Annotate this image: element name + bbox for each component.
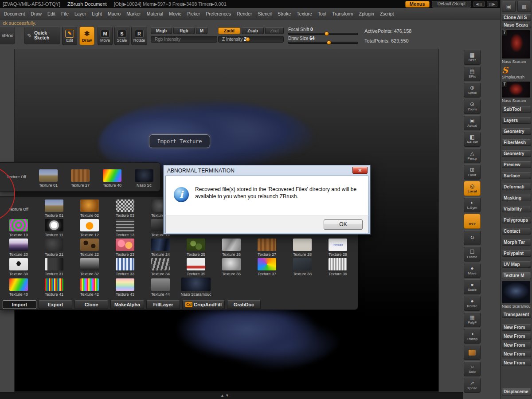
texture-item[interactable]: Texture 12 — [73, 219, 106, 239]
canvas-control-button[interactable]: ⊞ Floor — [464, 164, 481, 180]
dialog-title-bar[interactable]: ABNORMAL TERMINATION ✕ — [165, 165, 368, 176]
canvas-control-button[interactable]: XYZ — [464, 214, 481, 229]
palette-section-button[interactable]: Contact — [502, 228, 531, 235]
canvas-control-button[interactable]: ◎ Local — [464, 181, 481, 196]
canvas-control-button[interactable]: ⊕ Scroll — [464, 82, 481, 98]
canvas-control-button[interactable]: ↗ Xpose — [464, 378, 481, 393]
z-intensity-knob[interactable] — [246, 37, 250, 42]
canvas-control-button[interactable]: ● Rotate — [464, 296, 481, 311]
texture-item[interactable]: Texture 24 — [144, 239, 177, 258]
menu-item[interactable]: Stroke — [274, 8, 293, 19]
palette-section-button[interactable]: FiberMesh — [502, 139, 531, 146]
draw-mode-button[interactable]: ✱ Draw — [79, 27, 94, 45]
texture-item[interactable]: Texture 03 — [108, 200, 142, 219]
canvas-control-button[interactable]: ● Move — [464, 263, 481, 278]
palette-section-button[interactable]: Surface — [502, 172, 531, 179]
palette-section-button[interactable]: Geometry — [502, 150, 531, 157]
texture-item[interactable]: Texture 10 — [2, 219, 35, 239]
texture-item[interactable]: Texture 27 — [250, 239, 284, 258]
quick-sketch-button[interactable]: ✎ Quick Sketch — [24, 27, 60, 44]
texture-item[interactable]: Naso Scaramouc — [179, 278, 213, 298]
focal-shift-track[interactable] — [288, 33, 358, 35]
rotate-mode-button[interactable]: R Rotate — [131, 27, 147, 45]
ok-button[interactable]: OK — [324, 219, 363, 230]
palette-dock-icon[interactable]: ▣ — [502, 1, 516, 12]
m-button[interactable]: M — [196, 27, 207, 34]
texture-action-button[interactable]: Cd CropAndFill — [182, 300, 225, 309]
canvas-control-button[interactable]: ⊙ Zoom — [464, 99, 481, 114]
palette-section-button[interactable]: Masking — [502, 195, 531, 201]
canvas-control-button[interactable] — [464, 345, 481, 360]
menu-item[interactable]: Texture — [294, 8, 315, 19]
focal-shift-slider[interactable]: Focal Shift 0 — [288, 27, 358, 35]
menu-item[interactable]: Marker — [124, 8, 144, 19]
menu-item[interactable]: Macro — [105, 8, 123, 19]
import-texture-button[interactable]: Import Texture — [149, 134, 210, 148]
texture-item[interactable]: Texture 20 — [2, 239, 35, 258]
canvas-control-button[interactable]: ▦ PolyF — [464, 312, 481, 327]
texture-item[interactable]: Texture 02 — [73, 200, 106, 219]
texture-action-button[interactable]: Export — [39, 300, 72, 309]
close-icon[interactable]: ✕ — [352, 167, 368, 174]
draw-size-track[interactable] — [288, 42, 358, 44]
texture-item[interactable]: Texture 27 — [65, 165, 96, 189]
zadd-button[interactable]: Zadd — [218, 27, 240, 34]
palette-section-button[interactable]: Deformati — [502, 184, 531, 190]
canvas-control-button[interactable]: ↻ — [464, 230, 481, 245]
menu-item[interactable]: Preferences — [203, 8, 234, 19]
texture-action-button[interactable]: MakeAlpha — [110, 300, 144, 309]
texture-item[interactable]: Texture 28 — [286, 239, 319, 258]
new-from-button[interactable]: New From — [502, 360, 531, 366]
zscript-next-button[interactable]: ||||▶ — [487, 1, 497, 7]
texture-item[interactable]: Texture 33 — [108, 258, 142, 278]
canvas-control-button[interactable]: △ Persp — [464, 148, 481, 163]
recent-tool-thumbnail[interactable]: 7 — [502, 82, 530, 98]
menu-item[interactable]: Movie — [166, 8, 184, 19]
texture-item[interactable]: Texture 30 — [2, 258, 35, 278]
scroll-arrows[interactable]: ▲▼ — [220, 393, 230, 398]
texture-action-button[interactable]: Import — [3, 300, 36, 309]
texture-item[interactable]: Texture 01 — [37, 200, 71, 219]
texture-item[interactable]: Texture 26 — [215, 239, 248, 258]
lightbox-button[interactable]: ntBox — [0, 27, 15, 44]
texture-item[interactable]: Texture 11 — [37, 219, 71, 239]
move-mode-button[interactable]: M Move — [98, 27, 113, 45]
displacement-header[interactable]: Displaceme — [502, 388, 531, 395]
texture-item[interactable]: Texture 01 — [33, 165, 64, 189]
texture-action-button[interactable]: Clone — [74, 300, 108, 309]
menu-item[interactable]: Document — [1, 8, 28, 19]
scroll-up-icon[interactable]: ▲ — [220, 393, 225, 398]
texture-item[interactable]: Texture 40 — [97, 165, 128, 189]
menu-item[interactable]: Transform — [329, 8, 356, 19]
palette-section-button[interactable]: SubTool — [502, 106, 531, 113]
palette-layers-icon[interactable]: ▩ — [517, 1, 531, 12]
texture-action-button[interactable]: GrabDoc — [227, 300, 261, 309]
new-from-button[interactable]: New From — [502, 351, 531, 357]
default-zscript-button[interactable]: DefaultZScript — [432, 1, 471, 8]
texture-item[interactable]: Texture 34 — [144, 258, 177, 278]
rgb-intensity-slider[interactable]: Rgb Intensity — [151, 36, 217, 43]
new-from-button[interactable]: New From — [502, 342, 531, 348]
texture-item[interactable]: Texture 31 — [37, 258, 71, 278]
canvas-control-button[interactable]: ◑ Transp — [464, 329, 481, 344]
z-intensity-slider[interactable]: Z Intensity 25 — [218, 36, 284, 43]
mrgb-button[interactable]: Mrgb — [151, 27, 172, 34]
texture-item[interactable]: Texture 40 — [2, 278, 35, 298]
texture-item[interactable]: Texture 36 — [215, 258, 248, 278]
palette-section-button[interactable]: Visibility — [502, 206, 531, 212]
texture-map-thumbnail[interactable] — [502, 281, 530, 303]
focal-shift-knob[interactable] — [325, 31, 329, 36]
palette-section-button[interactable]: UV Map — [502, 261, 531, 268]
palette-section-button[interactable]: Polygroups — [502, 217, 531, 223]
canvas-control-button[interactable]: ▦ BPR — [464, 50, 481, 65]
texture-item[interactable]: Texture Off — [1, 165, 32, 189]
menu-item[interactable]: File — [58, 8, 71, 19]
texture-item[interactable]: Texture 42 — [73, 278, 106, 298]
palette-section-button[interactable]: Layers — [502, 117, 531, 124]
menu-item[interactable]: Stencil — [255, 8, 275, 19]
menu-item[interactable]: Draw — [28, 8, 45, 19]
active-tool-thumbnail[interactable]: 7 — [502, 30, 530, 59]
texture-action-button[interactable]: FillLayer — [146, 300, 180, 309]
texture-item[interactable]: Naso Sc — [129, 165, 160, 189]
current-tool-button[interactable]: Naso Scara — [502, 22, 531, 28]
